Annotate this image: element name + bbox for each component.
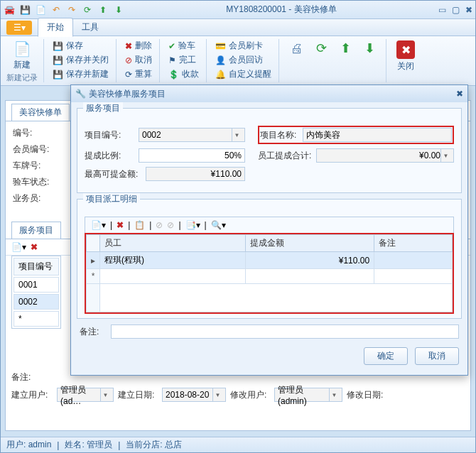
cancel-button[interactable]: ⊘取消 <box>124 53 153 67</box>
label-proj-name: 项目名称: <box>260 129 303 141</box>
inspect-button[interactable]: ✔验车 <box>167 39 200 53</box>
tb-search-icon[interactable]: 🔍▾ <box>211 220 226 230</box>
bell-icon: 🔔 <box>215 70 226 80</box>
chevron-down-icon[interactable]: ▼ <box>100 388 110 401</box>
table-row[interactable]: ▸ 程琪(程琪) ¥110.00 <box>87 252 453 269</box>
x-icon: ✖ <box>125 41 132 51</box>
status-user: 用户: admin <box>6 439 51 451</box>
app-icon: 🚘 <box>4 4 15 16</box>
tab-start[interactable]: 开始 <box>38 18 73 37</box>
reload-button[interactable]: ⟳ <box>310 39 332 58</box>
titlebar: 🚘 💾 📄 ↶ ↷ ⟳ ⬆ ⬇ MY1808200001 - 美容快修单 ▭ ▢… <box>1 1 475 19</box>
status-name: 姓名: 管理员 <box>65 439 112 451</box>
undo-icon[interactable]: ↶ <box>50 4 62 16</box>
service-tab[interactable]: 服务项目 <box>11 222 61 239</box>
panel-tab[interactable]: 美容快修单 <box>11 104 70 121</box>
fee-button[interactable]: 💲收款 <box>167 67 200 81</box>
delete-row-icon[interactable]: ✖ <box>31 242 38 252</box>
refresh-icon: ⟳ <box>125 70 132 80</box>
chevron-down-icon[interactable]: ▼ <box>212 388 222 401</box>
down-icon[interactable]: ⬇ <box>113 4 124 16</box>
label-create-date: 建立日期: <box>118 389 158 401</box>
save-close-button[interactable]: 💾保存并关闭 <box>51 53 110 67</box>
legend-assign: 项目派工明细 <box>83 193 140 205</box>
label-plate: 车牌号: <box>13 160 54 172</box>
tb-delete-icon[interactable]: ✖ <box>117 220 124 230</box>
table-new-row[interactable]: * <box>87 269 453 284</box>
save-icon[interactable]: 💾 <box>19 4 31 16</box>
person-icon: 👤 <box>215 55 226 65</box>
modify-user-field[interactable]: 管理员(admin)▼ <box>274 388 342 402</box>
close-button[interactable]: ✖ 关闭 <box>394 39 418 74</box>
label-no: 编号: <box>13 127 54 139</box>
app-menu-button[interactable]: ☰▾ <box>6 21 32 35</box>
redo-icon[interactable]: ↷ <box>66 4 77 16</box>
recalc-button[interactable]: ⟳重算 <box>124 67 153 81</box>
col-remark[interactable]: 备注 <box>374 235 453 252</box>
table-empty-row <box>87 284 453 312</box>
grid-new-row[interactable]: * <box>13 311 59 327</box>
dialog-close-icon[interactable]: ✖ <box>456 89 463 99</box>
cell-staff[interactable]: 程琪(程琪) <box>100 252 246 269</box>
grid-cell[interactable]: 0002 <box>13 294 59 310</box>
label-remark: 备注: <box>11 371 53 383</box>
tb-stop2-icon[interactable]: ⊘ <box>167 220 174 230</box>
check-icon: ✔ <box>168 41 175 51</box>
up-icon[interactable]: ⬆ <box>97 4 109 16</box>
window-title: MY1808200001 - 美容快修单 <box>124 4 438 16</box>
label-modal-remark: 备注: <box>80 326 108 338</box>
dialog-title: 美容快修单服务项目 <box>89 88 166 100</box>
ok-button[interactable]: 确定 <box>364 347 408 365</box>
delete-button[interactable]: ✖删除 <box>124 39 153 53</box>
cancel-modal-button[interactable]: 取消 <box>415 347 459 365</box>
finish-button[interactable]: ⚑完工 <box>167 53 200 67</box>
assign-grid[interactable]: 员工 提成金额 备注 ▸ 程琪(程琪) ¥110.00 * <box>86 234 453 312</box>
label-inspect-status: 验车状态: <box>13 176 54 188</box>
ribbon-tabstrip: ☰▾ 开始 工具 <box>1 19 475 36</box>
print-button[interactable]: 🖨 <box>286 39 308 58</box>
close-icon[interactable]: ✖ <box>465 5 472 15</box>
save-button[interactable]: 💾保存 <box>51 39 110 53</box>
fieldset-assign: 项目派工明细 📄▾| ✖| 📋| ⊘ ⊘| 📑▾| 🔍▾ 员工 提成金额 备注 … <box>77 199 462 319</box>
label-biz: 业务员: <box>13 192 54 204</box>
col-proj-no: 项目编号 <box>13 258 59 275</box>
tb-copy-icon[interactable]: 📋 <box>134 220 145 230</box>
save-x-icon[interactable]: 📄 <box>35 4 46 16</box>
new-button[interactable]: 📄 新建 <box>6 39 38 72</box>
ratio-input[interactable] <box>139 148 245 163</box>
member-card-button[interactable]: 💳会员刷卡 <box>214 39 273 53</box>
nav-up-button[interactable]: ⬆ <box>335 39 356 58</box>
maximize-icon[interactable]: ▢ <box>452 5 460 15</box>
modal-remark-input[interactable] <box>111 324 459 339</box>
label-member-no: 会员编号: <box>13 143 54 155</box>
label-ratio: 提成比例: <box>85 150 136 162</box>
cell-amount[interactable]: ¥110.00 <box>245 252 374 269</box>
create-date-field[interactable]: 2018-08-20▼ <box>162 388 226 402</box>
quick-access: 🚘 💾 📄 ↶ ↷ ⟳ ⬆ ⬇ <box>4 4 124 16</box>
col-amount[interactable]: 提成金额 <box>245 235 374 252</box>
save-new-button[interactable]: 💾保存并新建 <box>51 67 110 81</box>
new-row-icon[interactable]: 📄▾ <box>11 242 26 252</box>
nav-down-button[interactable]: ⬇ <box>359 39 380 58</box>
cell-remark[interactable] <box>374 252 453 269</box>
chevron-down-icon[interactable]: ▼ <box>232 129 242 141</box>
label-modify-user: 修改用户: <box>230 389 270 401</box>
chevron-down-icon[interactable]: ▼ <box>440 149 450 162</box>
member-visit-button[interactable]: 👤会员回访 <box>214 53 273 67</box>
minimize-icon[interactable]: ▭ <box>438 5 446 15</box>
refresh-icon[interactable]: ⟳ <box>82 4 93 16</box>
tb-new-icon[interactable]: 📄▾ <box>91 220 106 230</box>
chevron-down-icon[interactable]: ▼ <box>329 388 339 401</box>
tb-stop-icon[interactable]: ⊘ <box>156 220 163 230</box>
create-user-field[interactable]: 管理员(ad…▼ <box>57 388 114 402</box>
col-staff[interactable]: 员工 <box>100 235 246 252</box>
tab-tools[interactable]: 工具 <box>73 18 107 36</box>
grid-cell[interactable]: 0001 <box>13 277 59 293</box>
disk-icon: 💾 <box>53 70 63 80</box>
service-grid[interactable]: 项目编号 0001 0002 * <box>11 256 61 329</box>
label-proj-no: 项目编号: <box>85 129 136 141</box>
tb-paste-icon[interactable]: 📑▾ <box>185 220 200 230</box>
proj-no-field[interactable]: 0002▼ <box>139 128 245 142</box>
custom-alert-button[interactable]: 🔔自定义提醒 <box>214 67 273 81</box>
dialog-icon: 🔧 <box>75 89 86 99</box>
